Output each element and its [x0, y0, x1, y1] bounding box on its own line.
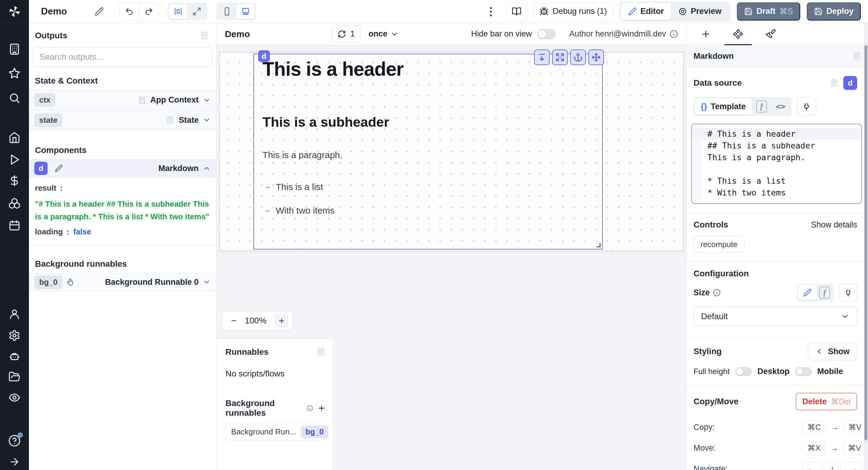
keycap: ⌘V: [843, 441, 866, 455]
user-icon[interactable]: [8, 308, 21, 320]
size-select[interactable]: Default: [693, 307, 857, 326]
refresh-mode-dropdown[interactable]: once: [368, 29, 399, 39]
delete-label: Delete: [802, 397, 827, 406]
search-icon[interactable]: [8, 92, 21, 104]
bg0-badge: bg_0: [34, 275, 62, 289]
tab-insert-plus-icon[interactable]: [690, 23, 722, 45]
more-menu-kebab-icon[interactable]: ⋮: [483, 6, 499, 17]
deploy-button[interactable]: Deploy: [807, 2, 861, 21]
code-mode-icon[interactable]: <>: [776, 102, 785, 111]
workspace-icon[interactable]: [8, 43, 21, 55]
static-pencil-icon[interactable]: [798, 285, 817, 300]
zoom-in-button[interactable]: +: [275, 314, 288, 328]
recompute-button[interactable]: recompute: [693, 236, 744, 253]
undo-icon[interactable]: [120, 3, 139, 20]
desktop-label: Desktop: [757, 367, 789, 376]
rename-pencil-icon[interactable]: [51, 162, 67, 175]
schedules-calendar-icon[interactable]: [8, 219, 21, 231]
divider: [687, 212, 868, 213]
connect-plug-button[interactable]: [797, 97, 816, 116]
ctx-label: App Context: [150, 95, 198, 105]
docs-icon[interactable]: [138, 96, 146, 105]
hide-bar-toggle[interactable]: [537, 29, 556, 39]
settings-gear-icon[interactable]: [8, 329, 21, 342]
expand-rail-arrow-icon[interactable]: [9, 456, 20, 468]
editor-label: Editor: [641, 7, 664, 16]
runs-play-icon[interactable]: [8, 153, 21, 166]
scrollbar-track[interactable]: [864, 23, 868, 470]
chevron-down-icon[interactable]: [203, 116, 211, 124]
preview-label: Preview: [691, 7, 721, 16]
docs-icon[interactable]: [852, 52, 861, 61]
centered-layout-icon[interactable]: [169, 4, 187, 19]
chevron-down-icon: [390, 30, 399, 38]
component-row-markdown[interactable]: d Markdown: [29, 159, 216, 177]
canvas-area[interactable]: This is a header This is a subheader Thi…: [216, 45, 687, 470]
add-background-runnable-button[interactable]: [315, 401, 328, 415]
template-mode-button[interactable]: {} Template: [695, 98, 752, 115]
show-styling-button[interactable]: Show: [808, 343, 857, 360]
debug-runs-button[interactable]: Debug runs (1): [534, 2, 613, 21]
folder-icon[interactable]: [8, 371, 21, 383]
docs-icon[interactable]: [166, 116, 175, 124]
full-height-toggle[interactable]: [735, 367, 752, 376]
divider: [687, 261, 868, 262]
delete-button[interactable]: Delete ⌘Del: [796, 393, 857, 410]
chevron-down-icon[interactable]: [203, 96, 211, 104]
docs-icon[interactable]: [830, 79, 838, 87]
anchor-icon[interactable]: [570, 50, 586, 65]
eye-icon[interactable]: [8, 391, 21, 404]
refresh-count: 1: [350, 29, 355, 39]
variables-dollar-icon[interactable]: [8, 175, 21, 187]
docs-icon[interactable]: [316, 348, 326, 357]
desktop-view-icon[interactable]: [236, 4, 255, 19]
output-row-ctx[interactable]: ctx App Context: [29, 90, 216, 110]
docs-icon[interactable]: [200, 31, 209, 40]
chevron-down-icon[interactable]: [203, 278, 211, 286]
show-details-link[interactable]: Show details: [811, 220, 857, 230]
search-outputs-input[interactable]: [33, 47, 212, 67]
windmill-logo[interactable]: [0, 0, 29, 23]
refresh-count-button[interactable]: 1: [332, 25, 361, 43]
size-label: Size: [693, 288, 710, 297]
markdown-code-editor[interactable]: # This is a header ## This is a subheade…: [691, 124, 862, 204]
edit-title-pencil-icon[interactable]: [95, 7, 104, 16]
tab-preview[interactable]: Preview: [671, 3, 729, 20]
components-title: Components: [29, 145, 216, 155]
controls-title: Controls: [693, 220, 728, 230]
resize-handle[interactable]: [596, 243, 601, 247]
tab-component-settings-icon[interactable]: [722, 23, 754, 45]
scrollbar-thumb[interactable]: [864, 45, 867, 440]
home-icon[interactable]: [8, 131, 21, 144]
function-mode-icon[interactable]: ƒ: [756, 100, 767, 113]
help-icon[interactable]: [8, 434, 21, 447]
background-runnable-row[interactable]: bg_0 Background Runnable 0: [29, 273, 216, 291]
windmill-app-editor: Demo ⋮ Debug runs (1) Editor Preview Dra…: [0, 0, 868, 470]
markdown-component-selected[interactable]: This is a header This is a subheader Thi…: [253, 54, 603, 249]
draft-button[interactable]: Draft ⌘S: [737, 2, 800, 21]
bot-icon[interactable]: [8, 351, 21, 362]
function-mode-icon[interactable]: ƒ: [819, 287, 830, 299]
component-canvas-badge[interactable]: d: [258, 50, 270, 62]
zoom-out-button[interactable]: −: [227, 314, 241, 328]
refresh-mode-label: once: [368, 29, 387, 39]
chevron-up-icon[interactable]: [203, 165, 211, 172]
state-context-title: State & Context: [29, 76, 216, 86]
fullwidth-layout-icon[interactable]: [187, 4, 206, 19]
move-icon[interactable]: [588, 50, 604, 65]
output-row-state[interactable]: state State: [29, 110, 216, 130]
mobile-view-icon[interactable]: [218, 4, 236, 19]
braces-icon: {}: [701, 102, 707, 111]
background-runnable-item[interactable]: Background Run... bg_0: [225, 423, 325, 441]
resources-boxes-icon[interactable]: [8, 197, 21, 209]
favorites-star-icon[interactable]: [8, 67, 21, 79]
redo-icon[interactable]: [139, 3, 158, 20]
docs-book-button[interactable]: [506, 2, 527, 21]
desktop-toggle[interactable]: [795, 367, 812, 376]
expand-down-icon[interactable]: [534, 50, 550, 65]
fullscreen-arrows-icon[interactable]: [552, 50, 568, 65]
refresh-icon: [338, 30, 346, 38]
connect-plug-button[interactable]: [839, 284, 857, 301]
tab-styling-brush-icon[interactable]: [754, 23, 787, 45]
tab-editor[interactable]: Editor: [621, 3, 671, 20]
